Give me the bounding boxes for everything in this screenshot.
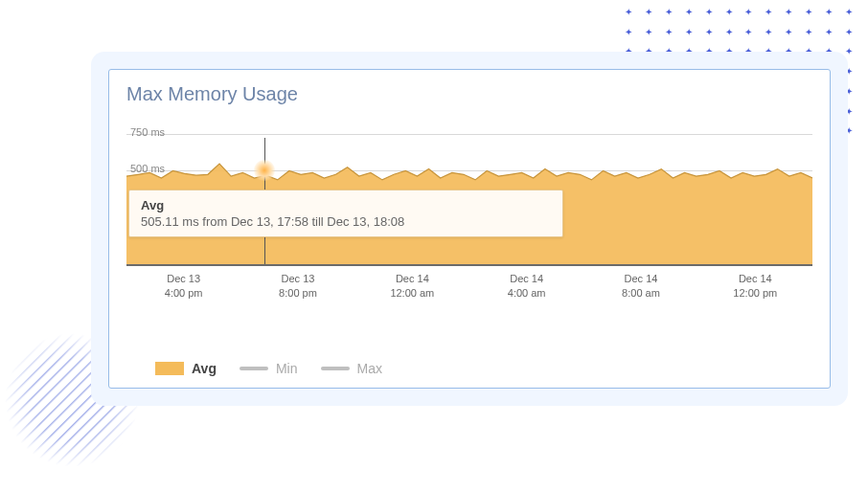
- tooltip-title: Avg: [141, 198, 551, 212]
- chart-tooltip: Avg 505.11 ms from Dec 13, 17:58 till De…: [128, 190, 563, 237]
- legend-item-min[interactable]: Min: [240, 361, 298, 376]
- legend-swatch-avg: [155, 362, 184, 375]
- x-tick: Dec 148:00 am: [583, 272, 697, 301]
- chart-plot-area[interactable]: 750 ms 500 ms Avg 505.11 ms from Dec 13,…: [126, 121, 812, 355]
- legend-label-min: Min: [276, 361, 298, 376]
- chart-title: Max Memory Usage: [126, 83, 812, 105]
- chart-card: Max Memory Usage 750 ms 500 ms Avg 505.1…: [108, 69, 831, 389]
- x-tick: Dec 144:00 am: [469, 272, 583, 301]
- legend-swatch-min: [240, 367, 268, 370]
- chart-cursor-dot: [254, 160, 275, 181]
- legend-swatch-max: [321, 367, 350, 370]
- x-tick: Dec 138:00 pm: [240, 272, 354, 301]
- x-tick: Dec 1412:00 pm: [698, 272, 812, 301]
- legend-label-avg: Avg: [192, 361, 217, 376]
- tooltip-body: 505.11 ms from Dec 13, 17:58 till Dec 13…: [141, 214, 551, 229]
- x-tick: Dec 1412:00 am: [355, 272, 469, 301]
- x-tick-row: Dec 134:00 pmDec 138:00 pmDec 1412:00 am…: [126, 272, 812, 301]
- x-tick: Dec 134:00 pm: [126, 272, 240, 301]
- chart-legend: Avg Min Max: [126, 361, 812, 376]
- chart-card-outer: Max Memory Usage 750 ms 500 ms Avg 505.1…: [91, 52, 848, 406]
- x-axis: [126, 264, 812, 266]
- legend-item-avg[interactable]: Avg: [155, 361, 217, 376]
- legend-item-max[interactable]: Max: [321, 361, 382, 376]
- legend-label-max: Max: [357, 361, 382, 376]
